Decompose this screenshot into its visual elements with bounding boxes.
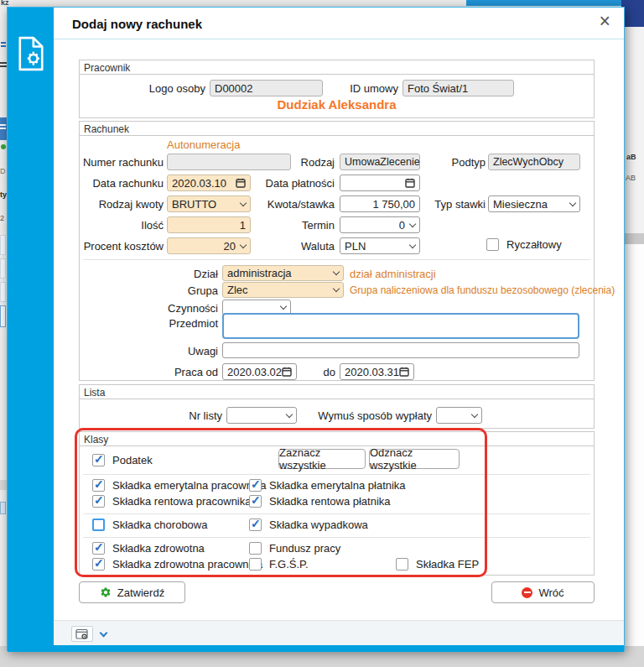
kwota-stawka-label: Kwota/stawka [234, 198, 335, 211]
praca-od-field[interactable]: 2020.03.02 [222, 363, 297, 380]
rodzaj-kwoty-value: BRUTTO [172, 198, 216, 211]
podatek-row: Podatek [92, 454, 153, 466]
close-icon[interactable]: × [600, 9, 610, 33]
checkbox-emerytalna-platnika[interactable] [249, 479, 262, 492]
nr-listy-label: Nr listy [105, 409, 222, 422]
calendar-icon[interactable] [399, 367, 409, 377]
groupbox-klasy-legend: Klasy [80, 432, 594, 446]
groupbox-lista-legend: Lista [80, 385, 594, 399]
fundusz-pracy-row: Fundusz pracy [249, 542, 340, 555]
numer-rachunku-label: Numer rachunku [63, 156, 164, 169]
divider [83, 474, 590, 475]
praca-od-label: Praca od [84, 366, 218, 378]
background-text-left-c: 2 [0, 214, 7, 222]
podtyp-label: Podtyp [402, 156, 486, 169]
wroc-button[interactable]: Wróć [491, 581, 595, 603]
wymus-label: Wymuś sposób wypłaty [289, 409, 432, 422]
chevron-down-icon [333, 285, 340, 292]
emerytalna-pracownika-row: Składka emerytalna pracownika [92, 479, 267, 492]
background-text-topleft: kz [1, 0, 9, 7]
data-platnosci-field[interactable] [340, 175, 420, 191]
rentowa-platnika-row: Składka rentowa płatnika [249, 495, 391, 508]
dialog-bottom-bar [8, 645, 624, 652]
zatwierdz-button[interactable]: Zatwierdź [79, 581, 185, 603]
odznacz-wszystkie-button[interactable]: Odznacz wszystkie [369, 449, 460, 469]
background-text-left-b: ty [0, 190, 7, 199]
dialog-title: Dodaj nowy rachunek [72, 17, 202, 31]
logo-osoby-field[interactable]: D00002 [210, 80, 323, 96]
termin-label: Termin [234, 219, 335, 232]
termin-value: 0 [399, 219, 405, 232]
chevron-down-icon [569, 199, 576, 206]
grid-dots-icon [1, 42, 6, 48]
checkbox-zdrowotna-pracownika[interactable] [92, 558, 105, 571]
chevron-down-icon[interactable] [100, 629, 108, 638]
emerytalna-platnika-label: Składka emerytalna płatnika [269, 479, 406, 492]
termin-select[interactable]: 0 [340, 216, 420, 233]
nr-listy-select[interactable] [226, 407, 297, 424]
calendar-icon[interactable] [405, 178, 415, 188]
checkbox-fep[interactable] [396, 558, 408, 571]
checkbox-wypadkowa[interactable] [249, 518, 262, 531]
rentowa-platnika-label: Składka rentowa płatnika [269, 495, 391, 508]
rentowa-pracownika-label: Składka rentowa pracownika [112, 495, 251, 508]
chevron-down-icon [409, 241, 416, 248]
checkbox-zdrowotna[interactable] [92, 542, 105, 555]
checkbox-ryczaltowy[interactable] [486, 238, 499, 251]
waluta-value: PLN [345, 240, 366, 253]
zaznacz-wszystkie-button[interactable]: Zaznacz wszystkie [278, 449, 366, 469]
window-settings-button[interactable] [71, 626, 93, 642]
chorobowa-row: Składka chorobowa [92, 518, 207, 531]
data-rachunku-label: Data rachunku [63, 177, 164, 190]
dialog-sidebar [8, 8, 54, 645]
typ-stawki-select[interactable]: Miesieczna [488, 195, 580, 212]
czynnosci-label: Czynności [84, 302, 218, 315]
background-row [0, 305, 6, 327]
checkbox-rentowa-pracownika[interactable] [92, 495, 105, 508]
dialog-footer [54, 620, 624, 645]
chevron-down-icon [333, 268, 340, 275]
grupa-select[interactable]: Zlec [222, 282, 344, 298]
background-row [0, 258, 6, 279]
przedmiot-textarea[interactable] [222, 313, 579, 339]
zdrowotna-label: Składka zdrowotna [112, 542, 205, 555]
checkbox-fundusz-pracy[interactable] [249, 542, 262, 555]
id-umowy-value: Foto Świat/1 [408, 82, 468, 95]
employee-name: Dudziak Aleksandra [80, 97, 594, 112]
uwagi-field[interactable] [222, 342, 579, 358]
waluta-select[interactable]: PLN [340, 237, 420, 254]
background-text-right-a: aB [626, 153, 636, 161]
typ-stawki-label: Typ stawki [402, 198, 486, 211]
fgsp-row: F.G.Ś.P. [249, 558, 309, 571]
divider [83, 537, 590, 538]
groupbox-rachunek: Rachunek Autonumeracja Numer rachunku Ro… [79, 121, 595, 381]
background-row [0, 235, 6, 255]
dzial-select[interactable]: administracja [222, 265, 344, 281]
ryczaltowy-label: Ryczałtowy [506, 238, 562, 251]
checkbox-emerytalna-pracownika[interactable] [92, 479, 105, 492]
rentowa-pracownika-row: Składka rentowa pracownika [92, 495, 251, 508]
dialog-dodaj-nowy-rachunek: Dodaj nowy rachunek × Pracownik Logo oso… [7, 7, 625, 651]
title-divider [54, 39, 624, 39]
dzial-label: Dział [84, 268, 218, 280]
wymus-select[interactable] [436, 407, 482, 424]
data-rachunku-value: 2020.03.10 [172, 177, 226, 190]
divider [83, 513, 590, 514]
data-platnosci-label: Data płatności [234, 177, 335, 190]
checkbox-fgsp[interactable] [249, 558, 262, 571]
dzial-hint: dział administracji [350, 268, 436, 280]
fgsp-label: F.G.Ś.P. [269, 558, 309, 571]
dzial-value: administracja [227, 267, 292, 279]
podtyp-field[interactable]: ZlecWychObcy [488, 154, 580, 170]
chorobowa-label: Składka chorobowa [112, 518, 207, 531]
chevron-down-icon [409, 220, 416, 227]
praca-do-field[interactable]: 2020.03.31 [340, 363, 414, 380]
checkbox-chorobowa[interactable] [92, 518, 105, 531]
calendar-icon[interactable] [282, 367, 292, 377]
autonumeracja-label: Autonumeracja [167, 138, 240, 151]
checkbox-podatek[interactable] [92, 454, 105, 466]
fep-label: Składka FEP [416, 558, 479, 571]
grupa-label: Grupa [84, 284, 218, 297]
id-umowy-field[interactable]: Foto Świat/1 [402, 80, 514, 96]
checkbox-rentowa-platnika[interactable] [249, 495, 262, 508]
